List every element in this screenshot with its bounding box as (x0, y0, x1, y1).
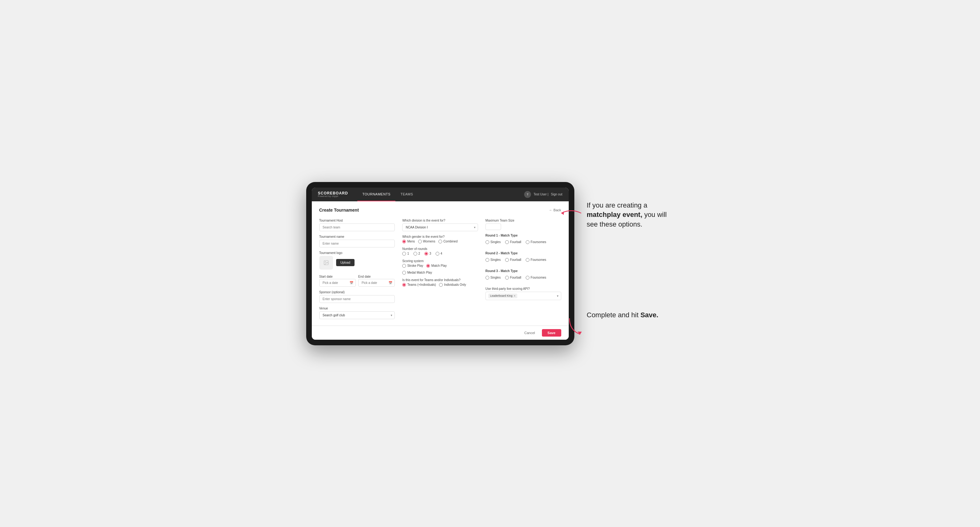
division-select[interactable]: NCAA Division I (402, 224, 478, 231)
upload-button[interactable]: Upload (336, 259, 355, 266)
rounds-radio-group: 1 2 3 4 (402, 252, 478, 256)
tournament-logo-group: Tournament logo Upload (319, 251, 395, 270)
scoring-radio-group: Stroke Play Match Play Medal Match Play (402, 264, 478, 275)
sponsor-input[interactable] (319, 295, 395, 303)
rounds-3[interactable]: 3 (424, 252, 431, 256)
teams-teams[interactable]: Teams (+Individuals) (402, 283, 436, 287)
nav-tabs: TOURNAMENTS TEAMS (357, 187, 524, 201)
nav-tab-teams[interactable]: TEAMS (395, 187, 418, 201)
end-date-label: End date (358, 275, 371, 278)
form-header: Create Tournament ← Back (319, 208, 561, 213)
scoring-stroke[interactable]: Stroke Play (402, 264, 423, 268)
round1-fourball[interactable]: Fourball (505, 240, 521, 244)
start-date-label: Start date (319, 275, 333, 278)
max-team-size-input[interactable]: 5 (485, 224, 501, 230)
tournament-host-label: Tournament Host (319, 219, 395, 222)
form-mid-col: Which division is the event for? NCAA Di… (402, 219, 478, 319)
logo-placeholder (319, 256, 333, 270)
round2-match-type-group: Round 2 - Match Type Singles Fourball Fo… (485, 251, 561, 262)
rounds-4[interactable]: 4 (436, 252, 442, 256)
calendar-icon: 📅 (350, 281, 353, 284)
round1-options: Singles Fourball Foursomes (485, 240, 561, 244)
scoring-match[interactable]: Match Play (426, 264, 447, 268)
start-date-group: Start date 📅 (319, 273, 356, 287)
date-row: Start date 📅 End date (319, 273, 395, 287)
tag-remove-icon[interactable]: × (514, 294, 515, 298)
annotation-box-1: If you are creating a matchplay event, y… (587, 201, 674, 229)
rounds-1[interactable]: 1 (402, 252, 409, 256)
start-date-wrapper: 📅 (319, 279, 356, 287)
gender-mens[interactable]: Mens (402, 240, 415, 243)
round2-singles[interactable]: Singles (485, 258, 501, 262)
svg-marker-2 (561, 211, 564, 215)
nav-logo: SCOREBOARD Powered by clippit (318, 191, 348, 197)
tournament-host-group: Tournament Host (319, 219, 395, 231)
teams-individuals[interactable]: Individuals Only (439, 283, 466, 287)
sponsor-label: Sponsor (optional) (319, 290, 395, 294)
calendar-icon-end: 📅 (388, 281, 392, 284)
sponsor-group: Sponsor (optional) (319, 290, 395, 303)
annotation-right: If you are creating a matchplay event, y… (587, 182, 674, 320)
third-party-label: Use third-party live scoring API? (485, 287, 561, 290)
rounds-2[interactable]: 2 (414, 252, 420, 256)
annotation-box-2: Complete and hit Save. (587, 310, 674, 320)
round2-options: Singles Fourball Foursomes (485, 258, 561, 262)
venue-select-wrapper: Search golf club (319, 311, 395, 319)
form-left-col: Tournament Host Tournament name Tourname… (319, 219, 395, 319)
user-text: Test User | (533, 193, 549, 196)
division-label: Which division is the event for? (402, 219, 478, 222)
gender-combined[interactable]: Combined (438, 240, 458, 243)
annotation-text-2: Complete and hit Save. (587, 310, 674, 320)
division-group: Which division is the event for? NCAA Di… (402, 219, 478, 231)
teams-radio-group: Teams (+Individuals) Individuals Only (402, 283, 478, 287)
cancel-button[interactable]: Cancel (521, 329, 539, 337)
nav-bar: SCOREBOARD Powered by clippit TOURNAMENT… (312, 187, 569, 201)
tournament-host-input[interactable] (319, 224, 395, 231)
dates-group: Start date 📅 End date (319, 273, 395, 287)
end-date-group: End date 📅 (358, 273, 395, 287)
venue-group: Venue Search golf club (319, 307, 395, 319)
division-select-wrapper: NCAA Division I (402, 224, 478, 231)
round1-label: Round 1 - Match Type (485, 234, 561, 237)
round1-foursomes[interactable]: Foursomes (526, 240, 546, 244)
teams-group: Is this event for Teams and/or Individua… (402, 278, 478, 287)
gender-group: Which gender is the event for? Mens Wome… (402, 235, 478, 243)
venue-select[interactable]: Search golf club (319, 311, 395, 319)
form-right-col: Maximum Team Size 5 Round 1 - Match Type… (485, 219, 561, 319)
form-container: Create Tournament ← Back Tournament Host… (312, 201, 569, 325)
third-party-select[interactable]: Leaderboard King × ▾ (485, 292, 561, 300)
nav-right: T Test User | Sign out (524, 191, 562, 198)
round2-fourball[interactable]: Fourball (505, 258, 521, 262)
round3-singles[interactable]: Singles (485, 276, 501, 279)
tournament-logo-label: Tournament logo (319, 251, 395, 255)
signout-link[interactable]: Sign out (551, 193, 563, 196)
round3-fourball[interactable]: Fourball (505, 276, 521, 279)
svg-point-1 (325, 262, 326, 262)
tablet-screen: SCOREBOARD Powered by clippit TOURNAMENT… (312, 187, 569, 340)
teams-label: Is this event for Teams and/or Individua… (402, 278, 478, 282)
round3-match-type-group: Round 3 - Match Type Singles Fourball Fo… (485, 269, 561, 279)
max-team-size-label: Maximum Team Size (485, 219, 561, 222)
third-party-tag: Leaderboard King × (488, 294, 517, 298)
round1-singles[interactable]: Singles (485, 240, 501, 244)
save-button[interactable]: Save (542, 329, 561, 337)
logo-title: SCOREBOARD (318, 191, 348, 195)
logo-upload-area: Upload (319, 256, 395, 270)
round2-foursomes[interactable]: Foursomes (526, 258, 546, 262)
gender-label: Which gender is the event for? (402, 235, 478, 238)
nav-tab-tournaments[interactable]: TOURNAMENTS (357, 187, 395, 201)
gender-radio-group: Mens Womens Combined (402, 240, 478, 243)
scoring-medal[interactable]: Medal Match Play (402, 271, 432, 275)
tablet-frame: SCOREBOARD Powered by clippit TOURNAMENT… (306, 182, 574, 345)
form-body: Tournament Host Tournament name Tourname… (319, 219, 561, 319)
bottom-bar: Cancel Save (312, 326, 569, 340)
annotation-text-1: If you are creating a matchplay event, y… (587, 201, 674, 229)
round3-label: Round 3 - Match Type (485, 269, 561, 273)
chevron-down-icon: ▾ (557, 294, 558, 298)
round1-match-type-group: Round 1 - Match Type Singles Fourball Fo… (485, 234, 561, 244)
tournament-name-input[interactable] (319, 240, 395, 248)
logo-sub: Powered by clippit (318, 195, 348, 197)
gender-womens[interactable]: Womens (418, 240, 435, 243)
rounds-group: Number of rounds 1 2 3 (402, 247, 478, 256)
round3-foursomes[interactable]: Foursomes (526, 276, 546, 279)
